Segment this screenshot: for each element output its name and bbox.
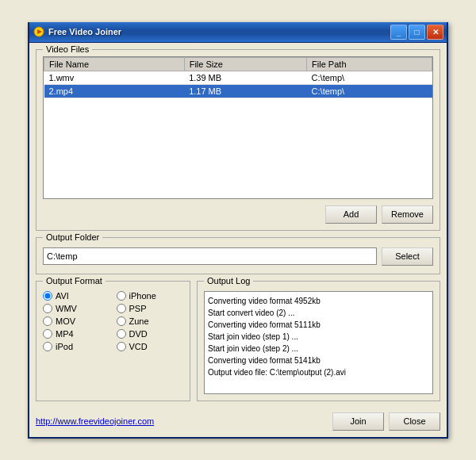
format-label-wmv: WMV (56, 304, 77, 313)
cell-filepath: C:\temp\ (307, 71, 432, 84)
cell-filename: 1.wmv (44, 71, 185, 84)
file-buttons-row: Add Remove (43, 205, 433, 224)
format-label-mov: MOV (56, 316, 75, 326)
video-files-group: Video Files File Name File Size File Pat… (36, 49, 440, 231)
website-link[interactable]: http://www.freevideojoiner.com (36, 416, 154, 426)
format-radio-mov[interactable] (43, 316, 52, 326)
format-radio-iphone[interactable] (117, 291, 126, 301)
video-files-label: Video Files (43, 44, 92, 54)
format-option-mp4[interactable]: MP4 (43, 329, 110, 339)
maximize-button[interactable]: □ (409, 25, 425, 40)
log-line: Start convert video (2) ... (208, 307, 429, 319)
table-row[interactable]: 2.mp4 1.17 MB C:\temp\ (44, 84, 432, 98)
output-folder-group: Output Folder Select (36, 237, 440, 274)
remove-button[interactable]: Remove (382, 205, 433, 224)
window-body: Video Files File Name File Size File Pat… (29, 43, 447, 408)
file-list-container[interactable]: File Name File Size File Path 1.wmv 1.39… (43, 56, 433, 199)
table-row[interactable]: 1.wmv 1.39 MB C:\temp\ (44, 71, 432, 84)
main-window: Free Video Joiner _ □ ✕ Video Files File… (28, 22, 448, 439)
format-radio-vcd[interactable] (117, 342, 126, 351)
output-folder-row: Select (43, 247, 433, 266)
title-bar: Free Video Joiner _ □ ✕ (29, 22, 447, 43)
format-radio-psp[interactable] (117, 304, 126, 313)
format-option-vcd[interactable]: VCD (117, 342, 184, 351)
window-controls: _ □ ✕ (390, 25, 443, 40)
folder-input[interactable] (43, 247, 377, 265)
minimize-button[interactable]: _ (390, 25, 407, 40)
col-filepath: File Path (307, 57, 432, 71)
log-box[interactable]: Converting video format 4952kbStart conv… (204, 291, 433, 394)
log-line: Start join video (step 2) ... (208, 343, 429, 355)
format-option-wmv[interactable]: WMV (43, 304, 110, 313)
format-label-ipod: iPod (56, 342, 73, 351)
format-label-iphone: iPhone (129, 291, 156, 301)
footer-buttons: Join Close (332, 412, 440, 431)
col-filename: File Name (44, 57, 185, 71)
format-radio-wmv[interactable] (43, 304, 52, 313)
format-radio-dvd[interactable] (117, 329, 126, 339)
format-option-zune[interactable]: Zune (117, 316, 184, 326)
output-log-group: Output Log Converting video format 4952k… (197, 281, 440, 401)
format-option-ipod[interactable]: iPod (43, 342, 110, 351)
log-line: Converting video format 4952kb (208, 295, 429, 307)
format-radio-ipod[interactable] (43, 342, 52, 351)
output-format-group: Output Format AVI iPhone WMV PSP MOV Zun… (36, 281, 190, 401)
format-option-iphone[interactable]: iPhone (117, 291, 184, 301)
bottom-row: Output Format AVI iPhone WMV PSP MOV Zun… (36, 281, 440, 401)
format-option-mov[interactable]: MOV (43, 316, 110, 326)
cell-filename: 2.mp4 (44, 84, 185, 98)
format-grid: AVI iPhone WMV PSP MOV Zune MP4 DVD iPod… (43, 291, 183, 351)
close-button[interactable]: Close (389, 412, 440, 431)
add-button[interactable]: Add (325, 205, 377, 224)
format-label-dvd: DVD (129, 329, 148, 339)
format-radio-mp4[interactable] (43, 329, 52, 339)
cell-filesize: 1.17 MB (184, 84, 306, 98)
output-format-label: Output Format (43, 276, 106, 286)
file-table: File Name File Size File Path 1.wmv 1.39… (44, 57, 432, 98)
log-line: Start join video (step 1) ... (208, 331, 429, 343)
log-line: Output video file: C:\temp\output (2).av… (208, 366, 429, 378)
close-window-button[interactable]: ✕ (427, 25, 443, 40)
col-filesize: File Size (184, 57, 306, 71)
format-label-mp4: MP4 (56, 329, 74, 339)
format-label-avi: AVI (56, 291, 69, 301)
select-button[interactable]: Select (382, 247, 433, 266)
format-label-psp: PSP (129, 304, 147, 313)
format-radio-avi[interactable] (43, 291, 52, 301)
format-option-dvd[interactable]: DVD (117, 329, 184, 339)
cell-filesize: 1.39 MB (184, 71, 306, 84)
cell-filepath: C:\temp\ (307, 84, 432, 98)
format-radio-zune[interactable] (117, 316, 126, 326)
format-option-avi[interactable]: AVI (43, 291, 110, 301)
output-folder-label: Output Folder (43, 232, 102, 242)
log-line: Converting video format 5141kb (208, 355, 429, 366)
output-log-label: Output Log (204, 276, 253, 286)
window-title: Free Video Joiner (48, 27, 390, 36)
join-button[interactable]: Join (332, 412, 384, 431)
footer-row: http://www.freevideojoiner.com Join Clos… (29, 408, 447, 437)
format-label-zune: Zune (129, 316, 149, 326)
format-option-psp[interactable]: PSP (117, 304, 184, 313)
log-line: Converting video format 5111kb (208, 319, 429, 331)
format-label-vcd: VCD (129, 342, 148, 351)
app-icon (33, 25, 45, 38)
